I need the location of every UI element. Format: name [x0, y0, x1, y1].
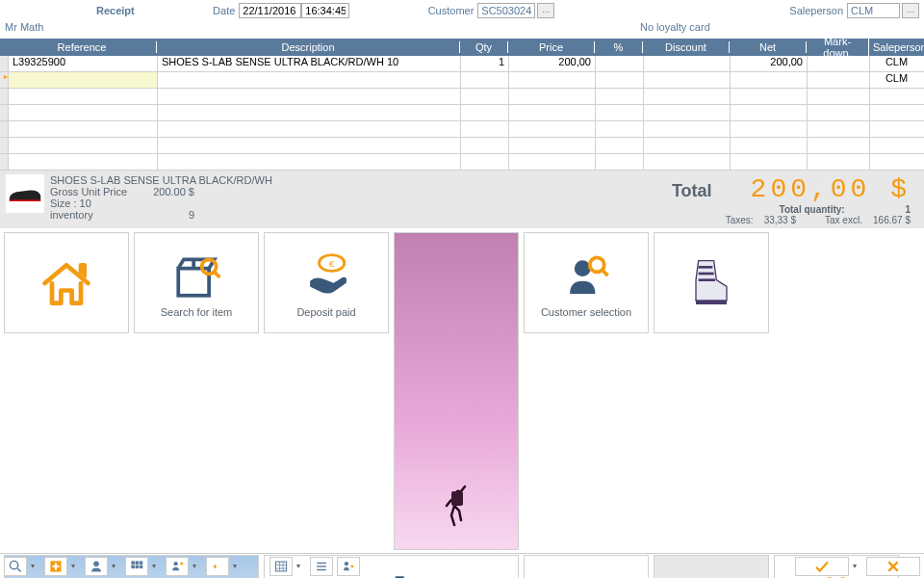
- table-row: [0, 138, 924, 154]
- col-discount: Discount: [643, 41, 730, 53]
- box-search-icon: [167, 249, 225, 306]
- svg-point-8: [590, 257, 604, 272]
- svg-rect-10: [699, 266, 713, 269]
- svg-rect-11: [699, 272, 714, 275]
- svg-text:★: ★: [179, 560, 184, 565]
- svg-rect-45: [140, 565, 143, 568]
- sparkle-icon: ✦: [211, 560, 224, 573]
- table-row: [0, 89, 924, 105]
- search-tool[interactable]: [4, 557, 27, 576]
- salesperson-field[interactable]: [847, 3, 900, 18]
- svg-rect-43: [131, 565, 135, 568]
- table-row: L39325900 SHOES S-LAB SENSE ULTRA BLACK/…: [0, 56, 924, 72]
- svg-text:€: €: [329, 258, 335, 268]
- col-net: Net: [730, 41, 807, 53]
- plus-icon: [49, 560, 63, 573]
- svg-rect-12: [699, 278, 715, 281]
- deposit-icon: €: [297, 249, 355, 306]
- svg-point-57: [345, 562, 348, 565]
- customer-label: Customer: [428, 5, 475, 16]
- table-row: ▸ CLM: [0, 72, 924, 89]
- table-row: [0, 154, 924, 171]
- svg-rect-13: [696, 301, 727, 304]
- person-arrow-tool[interactable]: [337, 557, 360, 576]
- svg-line-9: [603, 270, 608, 276]
- close-icon: [886, 560, 900, 573]
- svg-line-3: [215, 272, 220, 277]
- dropdown-icon[interactable]: ▾: [152, 562, 162, 570]
- col-pct: %: [595, 41, 643, 53]
- table-tool[interactable]: [270, 557, 293, 576]
- svg-rect-44: [136, 565, 140, 568]
- table-icon: [274, 560, 288, 573]
- list-icon: [315, 560, 328, 573]
- total-amount: 200,00 $: [751, 174, 911, 204]
- svg-point-39: [93, 561, 99, 566]
- col-price: Price: [508, 41, 595, 53]
- svg-rect-6: [451, 491, 463, 506]
- time-field[interactable]: [301, 3, 349, 18]
- grid-header: Reference Description Qty Price % Discou…: [0, 39, 924, 56]
- svg-rect-41: [136, 561, 140, 565]
- col-description: Description: [157, 41, 460, 53]
- person-arrow-icon: [342, 560, 355, 573]
- salesperson-label: Saleperson: [789, 5, 843, 16]
- svg-text:✦: ✦: [212, 561, 218, 570]
- person-star-icon: ★: [170, 560, 184, 573]
- dropdown-icon[interactable]: ▾: [31, 562, 40, 570]
- ski-boot-icon: [682, 254, 740, 312]
- svg-rect-40: [131, 561, 135, 565]
- sparkle-tool[interactable]: ✦: [206, 557, 229, 576]
- svg-rect-49: [275, 562, 286, 571]
- search-item-tile[interactable]: Search for item: [134, 232, 259, 333]
- product-name: SHOES S-LAB SENSE ULTRA BLACK/RD/WH: [50, 174, 672, 186]
- receipt-title: Receipt: [96, 5, 135, 16]
- confirm-small-button[interactable]: [795, 557, 849, 576]
- total-label: Total: [672, 181, 712, 201]
- dropdown-icon[interactable]: ▾: [233, 562, 243, 570]
- svg-point-46: [174, 562, 178, 565]
- user-name: Mr Math: [5, 21, 640, 39]
- svg-point-34: [10, 561, 17, 568]
- home-icon: [38, 254, 95, 312]
- product-thumbnail: [6, 174, 44, 213]
- salesperson-lookup-button[interactable]: …: [902, 3, 919, 18]
- person-icon: [90, 560, 103, 573]
- dropdown-icon[interactable]: ▾: [112, 562, 121, 570]
- check-icon: [813, 560, 831, 573]
- col-salesperson: Saleperson: [869, 41, 922, 53]
- date-label: Date: [213, 5, 235, 16]
- dropdown-icon[interactable]: ▾: [853, 562, 862, 570]
- table-row: [0, 121, 924, 138]
- dropdown-icon[interactable]: ▾: [296, 562, 306, 570]
- customer-tool[interactable]: [85, 557, 108, 576]
- person-star-tool[interactable]: ★: [166, 557, 189, 576]
- search-icon: [9, 560, 22, 573]
- table-row: [0, 105, 924, 121]
- grid-icon: [130, 560, 143, 573]
- promo-image-skier: [394, 232, 519, 550]
- cancel-small-button[interactable]: [866, 557, 920, 576]
- col-qty: Qty: [460, 41, 508, 53]
- customer-lookup-button[interactable]: …: [537, 3, 554, 18]
- customer-search-icon: [557, 249, 615, 306]
- product-image-tile[interactable]: [654, 232, 769, 333]
- svg-rect-42: [140, 561, 143, 565]
- customer-selection-tile[interactable]: Customer selection: [524, 232, 649, 333]
- customer-field[interactable]: [477, 3, 535, 18]
- add-tool[interactable]: [44, 557, 67, 576]
- deposit-paid-tile[interactable]: € Deposit paid: [264, 232, 389, 333]
- svg-line-35: [17, 568, 21, 572]
- dropdown-icon[interactable]: ▾: [71, 562, 81, 570]
- home-tile[interactable]: [4, 232, 129, 333]
- bottom-toolbar: ▾ ▾ ▾ ▾ ★ ▾ ✦ ▾ ▾ ▾: [0, 553, 924, 578]
- dropdown-icon[interactable]: ▾: [192, 562, 202, 570]
- no-loyalty-text: No loyalty card: [640, 21, 710, 39]
- grid-tool[interactable]: [125, 557, 148, 576]
- col-reference: Reference: [8, 41, 157, 53]
- date-field[interactable]: [239, 3, 301, 18]
- list-tool[interactable]: [310, 557, 333, 576]
- grid-body[interactable]: L39325900 SHOES S-LAB SENSE ULTRA BLACK/…: [0, 56, 924, 171]
